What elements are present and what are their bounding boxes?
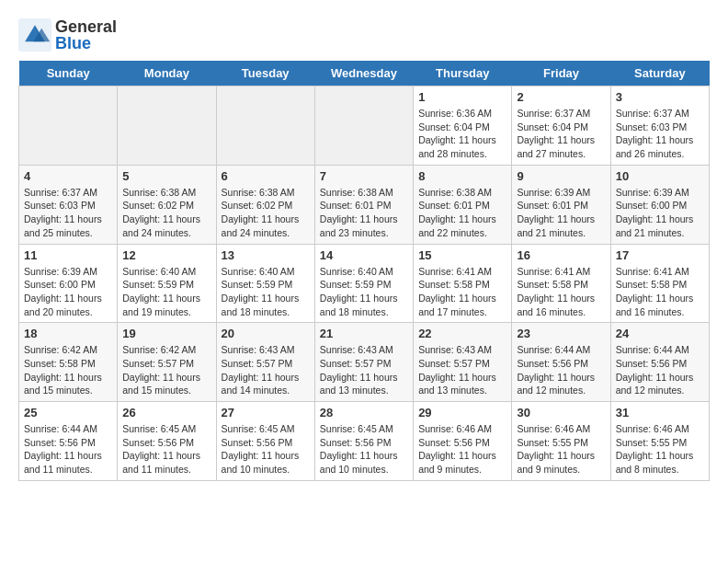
day-of-week-header: Friday xyxy=(512,61,610,86)
calendar-cell: 26Sunrise: 6:45 AMSunset: 5:56 PMDayligh… xyxy=(118,402,216,481)
calendar-cell: 12Sunrise: 6:40 AMSunset: 5:59 PMDayligh… xyxy=(118,244,216,323)
calendar-cell: 7Sunrise: 6:38 AMSunset: 6:01 PMDaylight… xyxy=(314,165,413,244)
calendar-cell xyxy=(118,86,216,166)
calendar-cell: 29Sunrise: 6:46 AMSunset: 5:56 PMDayligh… xyxy=(414,402,512,481)
day-info: Sunrise: 6:40 AMSunset: 5:59 PMDaylight:… xyxy=(222,265,310,319)
calendar-cell: 23Sunrise: 6:44 AMSunset: 5:56 PMDayligh… xyxy=(512,323,610,402)
day-number: 15 xyxy=(418,248,506,262)
day-number: 7 xyxy=(320,169,408,183)
calendar-cell: 9Sunrise: 6:39 AMSunset: 6:01 PMDaylight… xyxy=(512,165,610,244)
day-of-week-header: Monday xyxy=(118,61,216,86)
day-number: 25 xyxy=(24,406,112,419)
calendar-cell: 21Sunrise: 6:43 AMSunset: 5:57 PMDayligh… xyxy=(314,323,413,402)
day-number: 26 xyxy=(122,406,210,419)
calendar-cell: 28Sunrise: 6:45 AMSunset: 5:56 PMDayligh… xyxy=(314,402,413,481)
day-info: Sunrise: 6:42 AMSunset: 5:58 PMDaylight:… xyxy=(24,343,112,397)
logo-icon xyxy=(18,18,51,52)
day-number: 21 xyxy=(320,327,408,340)
calendar-cell: 13Sunrise: 6:40 AMSunset: 5:59 PMDayligh… xyxy=(216,244,314,323)
day-info: Sunrise: 6:40 AMSunset: 5:59 PMDaylight:… xyxy=(122,265,210,319)
day-info: Sunrise: 6:38 AMSunset: 6:01 PMDaylight:… xyxy=(418,186,506,240)
day-info: Sunrise: 6:45 AMSunset: 5:56 PMDaylight:… xyxy=(122,422,210,477)
calendar-cell: 4Sunrise: 6:37 AMSunset: 6:03 PMDaylight… xyxy=(19,165,118,244)
day-info: Sunrise: 6:45 AMSunset: 5:56 PMDaylight:… xyxy=(320,422,408,477)
logo: GeneralBlue xyxy=(18,18,117,52)
day-number: 19 xyxy=(122,327,210,340)
day-info: Sunrise: 6:46 AMSunset: 5:55 PMDaylight:… xyxy=(616,422,704,477)
day-number: 5 xyxy=(122,169,210,183)
calendar-table: SundayMondayTuesdayWednesdayThursdayFrid… xyxy=(18,61,710,481)
day-info: Sunrise: 6:39 AMSunset: 6:01 PMDaylight:… xyxy=(517,186,605,240)
day-number: 29 xyxy=(418,406,506,419)
calendar-cell: 8Sunrise: 6:38 AMSunset: 6:01 PMDaylight… xyxy=(414,165,512,244)
header-row: SundayMondayTuesdayWednesdayThursdayFrid… xyxy=(19,61,710,86)
day-info: Sunrise: 6:41 AMSunset: 5:58 PMDaylight:… xyxy=(616,265,704,319)
day-info: Sunrise: 6:38 AMSunset: 6:02 PMDaylight:… xyxy=(222,186,310,240)
day-info: Sunrise: 6:39 AMSunset: 6:00 PMDaylight:… xyxy=(616,186,704,240)
calendar-cell: 19Sunrise: 6:42 AMSunset: 5:57 PMDayligh… xyxy=(118,323,216,402)
day-info: Sunrise: 6:44 AMSunset: 5:56 PMDaylight:… xyxy=(517,343,605,397)
day-info: Sunrise: 6:46 AMSunset: 5:55 PMDaylight:… xyxy=(517,422,605,477)
day-info: Sunrise: 6:37 AMSunset: 6:03 PMDaylight:… xyxy=(24,186,112,240)
calendar-week-row: 18Sunrise: 6:42 AMSunset: 5:58 PMDayligh… xyxy=(19,323,710,402)
day-info: Sunrise: 6:45 AMSunset: 5:56 PMDaylight:… xyxy=(222,422,310,477)
calendar-cell: 11Sunrise: 6:39 AMSunset: 6:00 PMDayligh… xyxy=(19,244,118,323)
day-number: 22 xyxy=(418,327,506,340)
calendar-cell xyxy=(19,86,118,166)
day-number: 24 xyxy=(616,327,704,340)
day-number: 17 xyxy=(616,248,704,262)
calendar-cell: 6Sunrise: 6:38 AMSunset: 6:02 PMDaylight… xyxy=(216,165,314,244)
day-info: Sunrise: 6:40 AMSunset: 5:59 PMDaylight:… xyxy=(320,265,408,319)
logo-text: GeneralBlue xyxy=(55,18,117,52)
day-number: 1 xyxy=(418,90,506,104)
calendar-cell: 16Sunrise: 6:41 AMSunset: 5:58 PMDayligh… xyxy=(512,244,610,323)
day-info: Sunrise: 6:44 AMSunset: 5:56 PMDaylight:… xyxy=(616,343,704,397)
calendar-cell: 20Sunrise: 6:43 AMSunset: 5:57 PMDayligh… xyxy=(216,323,314,402)
calendar-cell: 3Sunrise: 6:37 AMSunset: 6:03 PMDaylight… xyxy=(610,86,709,166)
day-number: 14 xyxy=(320,248,408,262)
calendar-cell: 10Sunrise: 6:39 AMSunset: 6:00 PMDayligh… xyxy=(610,165,709,244)
calendar-cell: 15Sunrise: 6:41 AMSunset: 5:58 PMDayligh… xyxy=(414,244,512,323)
calendar-cell: 31Sunrise: 6:46 AMSunset: 5:55 PMDayligh… xyxy=(610,402,709,481)
day-info: Sunrise: 6:36 AMSunset: 6:04 PMDaylight:… xyxy=(418,107,506,161)
day-info: Sunrise: 6:39 AMSunset: 6:00 PMDaylight:… xyxy=(24,265,112,319)
day-number: 3 xyxy=(616,90,704,104)
day-number: 18 xyxy=(24,327,112,340)
day-number: 23 xyxy=(517,327,605,340)
day-of-week-header: Tuesday xyxy=(216,61,314,86)
day-number: 20 xyxy=(222,327,310,340)
calendar-cell xyxy=(216,86,314,166)
day-info: Sunrise: 6:38 AMSunset: 6:02 PMDaylight:… xyxy=(122,186,210,240)
day-of-week-header: Thursday xyxy=(414,61,512,86)
calendar-cell xyxy=(314,86,413,166)
calendar-cell: 17Sunrise: 6:41 AMSunset: 5:58 PMDayligh… xyxy=(610,244,709,323)
day-number: 4 xyxy=(24,169,112,183)
day-info: Sunrise: 6:41 AMSunset: 5:58 PMDaylight:… xyxy=(418,265,506,319)
day-info: Sunrise: 6:38 AMSunset: 6:01 PMDaylight:… xyxy=(320,186,408,240)
day-number: 12 xyxy=(122,248,210,262)
day-number: 8 xyxy=(418,169,506,183)
calendar-week-row: 11Sunrise: 6:39 AMSunset: 6:00 PMDayligh… xyxy=(19,244,710,323)
calendar-cell: 24Sunrise: 6:44 AMSunset: 5:56 PMDayligh… xyxy=(610,323,709,402)
day-info: Sunrise: 6:44 AMSunset: 5:56 PMDaylight:… xyxy=(24,422,112,477)
day-info: Sunrise: 6:37 AMSunset: 6:03 PMDaylight:… xyxy=(616,107,704,161)
day-number: 6 xyxy=(222,169,310,183)
day-number: 31 xyxy=(616,406,704,419)
calendar-cell: 25Sunrise: 6:44 AMSunset: 5:56 PMDayligh… xyxy=(19,402,118,481)
day-number: 28 xyxy=(320,406,408,419)
calendar-cell: 27Sunrise: 6:45 AMSunset: 5:56 PMDayligh… xyxy=(216,402,314,481)
day-info: Sunrise: 6:43 AMSunset: 5:57 PMDaylight:… xyxy=(320,343,408,397)
day-info: Sunrise: 6:43 AMSunset: 5:57 PMDaylight:… xyxy=(418,343,506,397)
day-number: 16 xyxy=(517,248,605,262)
day-of-week-header: Sunday xyxy=(19,61,118,86)
day-number: 11 xyxy=(24,248,112,262)
day-number: 30 xyxy=(517,406,605,419)
day-number: 9 xyxy=(517,169,605,183)
calendar-cell: 2Sunrise: 6:37 AMSunset: 6:04 PMDaylight… xyxy=(512,86,610,166)
day-number: 10 xyxy=(616,169,704,183)
calendar-cell: 14Sunrise: 6:40 AMSunset: 5:59 PMDayligh… xyxy=(314,244,413,323)
day-of-week-header: Wednesday xyxy=(314,61,413,86)
calendar-week-row: 1Sunrise: 6:36 AMSunset: 6:04 PMDaylight… xyxy=(19,86,710,166)
day-info: Sunrise: 6:43 AMSunset: 5:57 PMDaylight:… xyxy=(222,343,310,397)
day-info: Sunrise: 6:37 AMSunset: 6:04 PMDaylight:… xyxy=(517,107,605,161)
